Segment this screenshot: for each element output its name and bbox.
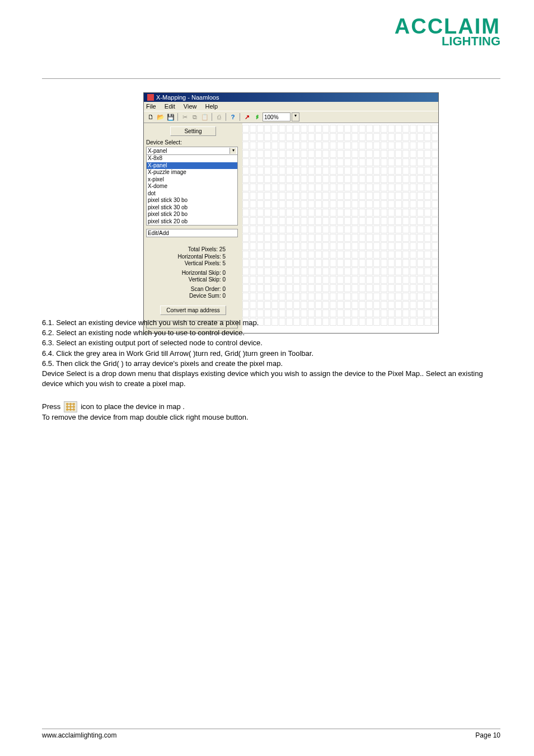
grid-cell[interactable]	[250, 226, 256, 233]
grid-cell[interactable]	[359, 217, 366, 225]
grid-cell[interactable]	[315, 259, 322, 267]
grid-cell[interactable]	[315, 217, 322, 225]
grid-cell[interactable]	[257, 276, 264, 284]
grid-cell[interactable]	[257, 293, 264, 300]
grid-cell[interactable]	[424, 142, 431, 149]
grid-cell[interactable]	[388, 150, 395, 158]
grid-cell[interactable]	[322, 242, 329, 250]
grid-cell[interactable]	[410, 217, 416, 225]
grid-cell[interactable]	[293, 251, 300, 259]
grid-cell[interactable]	[301, 150, 307, 158]
grid-cell[interactable]	[424, 125, 431, 133]
grid-cell[interactable]	[352, 209, 358, 217]
new-icon[interactable]: 🗋	[146, 112, 155, 121]
grid-cell[interactable]	[344, 133, 351, 141]
grid-cell[interactable]	[410, 242, 416, 250]
grid-cell[interactable]	[388, 167, 395, 175]
grid-cell[interactable]	[242, 226, 249, 233]
grid-cell[interactable]	[373, 125, 380, 133]
grid-cell[interactable]	[322, 284, 329, 292]
grid-cell[interactable]	[242, 234, 249, 242]
grid-cell[interactable]	[330, 150, 336, 158]
grid-cell[interactable]	[308, 209, 315, 217]
grid-cell[interactable]	[242, 184, 249, 191]
grid-cell[interactable]	[359, 209, 366, 217]
grid-cell[interactable]	[432, 242, 438, 250]
grid-cell[interactable]	[373, 200, 380, 208]
grid-cell[interactable]	[366, 217, 373, 225]
grid-cell[interactable]	[271, 133, 278, 141]
grid-cell[interactable]	[424, 234, 431, 242]
grid-cell[interactable]	[402, 167, 409, 175]
grid-cell[interactable]	[424, 293, 431, 300]
grid-cell[interactable]	[359, 301, 366, 309]
grid-cell[interactable]	[257, 167, 264, 175]
grid-cell[interactable]	[322, 184, 329, 191]
grid-cell[interactable]	[388, 267, 395, 275]
grid-cell[interactable]	[410, 226, 416, 233]
grid-cell[interactable]	[432, 293, 438, 300]
grid-cell[interactable]	[410, 184, 416, 191]
grid-cell[interactable]	[293, 234, 300, 242]
grid-cell[interactable]	[293, 209, 300, 217]
grid-cell[interactable]	[330, 276, 336, 284]
grid-cell[interactable]	[352, 217, 358, 225]
grid-cell[interactable]	[388, 133, 395, 141]
grid-cell[interactable]	[344, 150, 351, 158]
grid-cell[interactable]	[315, 226, 322, 233]
grid-cell[interactable]	[315, 242, 322, 250]
chevron-down-icon[interactable]: ▾	[229, 148, 236, 154]
grid-cell[interactable]	[242, 276, 249, 284]
grid-cell[interactable]	[322, 192, 329, 200]
grid-cell[interactable]	[344, 125, 351, 133]
grid-cell[interactable]	[293, 125, 300, 133]
grid-cell[interactable]	[344, 309, 351, 317]
grid-cell[interactable]	[344, 276, 351, 284]
grid-cell[interactable]	[410, 276, 416, 284]
grid-cell[interactable]	[271, 284, 278, 292]
grid-cell[interactable]	[402, 284, 409, 292]
grid-cell[interactable]	[337, 175, 344, 183]
grid-cell[interactable]	[352, 158, 358, 166]
grid-cell[interactable]	[395, 217, 402, 225]
grid-cell[interactable]	[402, 293, 409, 300]
grid-cell[interactable]	[352, 276, 358, 284]
grid-cell[interactable]	[315, 200, 322, 208]
grid-cell[interactable]	[330, 133, 336, 141]
grid-cell[interactable]	[293, 226, 300, 233]
grid-cell[interactable]	[344, 234, 351, 242]
grid-cell[interactable]	[352, 267, 358, 275]
grid-cell[interactable]	[352, 200, 358, 208]
grid-cell[interactable]	[417, 234, 424, 242]
grid-cell[interactable]	[417, 158, 424, 166]
grid-cell[interactable]	[402, 209, 409, 217]
grid-cell[interactable]	[315, 184, 322, 191]
convert-map-button[interactable]: Convert map address	[160, 306, 226, 315]
grid-cell[interactable]	[308, 276, 315, 284]
grid-cell[interactable]	[432, 276, 438, 284]
grid-cell[interactable]	[410, 125, 416, 133]
work-grid[interactable]	[242, 123, 438, 333]
grid-cell[interactable]	[279, 259, 285, 267]
grid-cell[interactable]	[271, 226, 278, 233]
grid-cell[interactable]	[373, 234, 380, 242]
grid-cell[interactable]	[366, 200, 373, 208]
device-option[interactable]: pixel stick 30 bo	[147, 197, 237, 204]
grid-cell[interactable]	[410, 234, 416, 242]
grid-cell[interactable]	[308, 167, 315, 175]
grid-cell[interactable]	[388, 142, 395, 149]
grid-cell[interactable]	[424, 158, 431, 166]
grid-cell[interactable]	[315, 125, 322, 133]
grid-cell[interactable]	[250, 309, 256, 317]
device-option[interactable]: x-pixel	[147, 176, 237, 184]
grid-cell[interactable]	[366, 209, 373, 217]
paste-icon[interactable]: 📋	[200, 112, 209, 121]
grid-cell[interactable]	[432, 284, 438, 292]
grid-cell[interactable]	[417, 150, 424, 158]
grid-cell[interactable]	[410, 293, 416, 300]
grid-cell[interactable]	[337, 234, 344, 242]
grid-cell[interactable]	[293, 217, 300, 225]
grid-cell[interactable]	[402, 175, 409, 183]
grid-cell[interactable]	[424, 209, 431, 217]
grid-cell[interactable]	[388, 276, 395, 284]
